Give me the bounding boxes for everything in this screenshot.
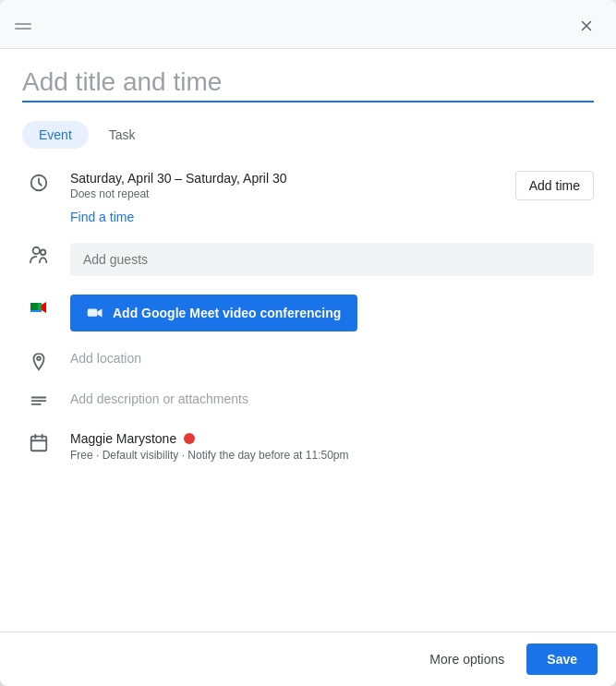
more-options-button[interactable]: More options [415, 644, 519, 674]
location-placeholder[interactable]: Add location [70, 351, 141, 366]
guests-row [22, 243, 594, 276]
status-dot [184, 433, 195, 444]
calendar-name: Maggie Marystone [70, 431, 594, 446]
meet-icon [22, 296, 55, 319]
calendar-row: Maggie Marystone Free · Default visibili… [22, 431, 594, 462]
calendar-meta: Free · Default visibility · Notify the d… [70, 449, 594, 462]
tab-bar: Event Task [22, 121, 594, 149]
save-button[interactable]: Save [526, 644, 598, 675]
date-row: Saturday, April 30 – Saturday, April 30 … [22, 171, 594, 224]
date-content: Saturday, April 30 – Saturday, April 30 … [70, 171, 594, 224]
clock-icon [22, 173, 55, 193]
location-content[interactable]: Add location [70, 350, 594, 367]
close-button[interactable] [572, 11, 601, 41]
find-time-link[interactable]: Find a time [70, 210, 594, 224]
title-input[interactable] [22, 67, 594, 97]
svg-point-5 [37, 357, 41, 361]
add-time-button[interactable]: Add time [515, 171, 594, 200]
guests-content [70, 243, 594, 276]
description-content[interactable]: Add description or attachments [70, 391, 594, 407]
tab-task[interactable]: Task [92, 121, 152, 149]
meet-content: Add Google Meet video conferencing [70, 295, 594, 331]
tab-event[interactable]: Event [22, 121, 89, 149]
footer: More options Save [0, 632, 616, 686]
calendar-icon [22, 433, 55, 453]
event-dialog: Event Task Saturday, April 30 – Saturday… [0, 0, 616, 686]
svg-point-1 [33, 247, 40, 254]
svg-point-2 [41, 250, 46, 256]
people-icon [22, 245, 55, 265]
drag-handle-icon [15, 23, 31, 30]
description-icon [22, 392, 55, 413]
date-text[interactable]: Saturday, April 30 – Saturday, April 30 [70, 171, 508, 186]
meet-row: Add Google Meet video conferencing [22, 295, 594, 331]
description-placeholder[interactable]: Add description or attachments [70, 391, 248, 406]
svg-rect-4 [88, 309, 98, 317]
location-row: Add location [22, 350, 594, 372]
repeat-text[interactable]: Does not repeat [70, 187, 508, 200]
add-meet-button[interactable]: Add Google Meet video conferencing [70, 295, 357, 331]
guests-input[interactable] [70, 243, 594, 276]
date-info: Saturday, April 30 – Saturday, April 30 … [70, 171, 508, 200]
svg-rect-6 [31, 437, 47, 451]
location-icon [22, 352, 55, 372]
meet-button-label: Add Google Meet video conferencing [113, 306, 341, 320]
calendar-owner-name: Maggie Marystone [70, 431, 176, 446]
calendar-content: Maggie Marystone Free · Default visibili… [70, 431, 594, 462]
title-input-wrap [22, 67, 594, 102]
description-row: Add description or attachments [22, 391, 594, 413]
dialog-content: Event Task Saturday, April 30 – Saturday… [0, 49, 616, 632]
title-bar [0, 0, 616, 49]
